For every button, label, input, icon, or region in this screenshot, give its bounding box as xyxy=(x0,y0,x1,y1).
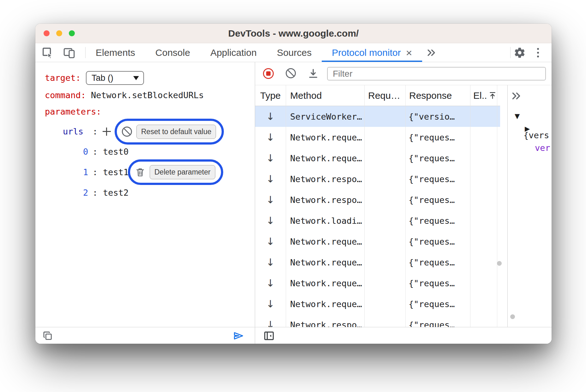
main-menu-button[interactable] xyxy=(529,43,547,62)
response-cell: {"versio… xyxy=(405,112,470,122)
more-tabs-button[interactable] xyxy=(422,43,440,62)
close-window-button[interactable] xyxy=(44,30,50,36)
column-header-elapsed[interactable]: El.. xyxy=(473,85,487,106)
received-message-icon: ↓ xyxy=(266,132,275,142)
tab-label: Elements xyxy=(96,47,135,58)
editor-bottom-toolbar xyxy=(35,327,255,344)
target-select[interactable]: Tab () xyxy=(86,71,144,85)
tab-label: Application xyxy=(210,47,257,58)
devtools-window: DevTools - www.google.com/ Elements Cons… xyxy=(35,24,552,344)
colon: : xyxy=(93,146,98,157)
tree-row-root[interactable]: ▼ {vers xyxy=(508,110,552,120)
save-log-button[interactable] xyxy=(307,68,319,81)
method-cell: Network.reque… xyxy=(286,133,364,142)
traffic-lights xyxy=(44,30,75,36)
tab-label: Console xyxy=(155,47,190,58)
filter-input[interactable] xyxy=(327,67,546,80)
column-divider xyxy=(470,85,470,327)
clear-log-button[interactable] xyxy=(286,68,296,78)
param-value[interactable]: test1 xyxy=(103,167,129,178)
toggle-device-toolbar-button[interactable] xyxy=(60,43,78,62)
tabbar-right-icons xyxy=(510,43,552,62)
delete-parameter-button[interactable]: Delete parameter xyxy=(150,165,215,179)
tree-collapsed-icon[interactable]: ▶ xyxy=(525,124,530,134)
received-message-icon: ↓ xyxy=(266,299,275,309)
vertical-dots-icon xyxy=(537,48,539,57)
received-message-icon: ↓ xyxy=(266,278,275,288)
tree-row-child[interactable]: ▶ ver xyxy=(508,123,552,133)
method-cell: Network.respo… xyxy=(286,320,364,327)
table-row[interactable]: ↓ Network.reque… {"reques… xyxy=(255,252,500,273)
received-message-icon: ↓ xyxy=(266,195,275,205)
copy-command-button[interactable] xyxy=(42,330,53,342)
table-row[interactable]: ↓ Network.reque… {"reques… xyxy=(255,127,500,148)
column-divider xyxy=(405,85,406,327)
method-cell: Network.loadi… xyxy=(286,216,364,226)
method-cell: Network.respo… xyxy=(286,195,364,205)
table-header: Type Method Requ… Response El.. xyxy=(255,85,500,106)
table-row[interactable]: ↓ Network.reque… {"reques… xyxy=(255,294,500,314)
send-command-button[interactable] xyxy=(232,330,245,343)
table-row[interactable]: ↓ Network.loadi… {"reques… xyxy=(255,210,500,231)
vertical-scrollbar-thumb[interactable] xyxy=(497,261,502,266)
reset-to-default-icon[interactable] xyxy=(122,127,132,137)
toggle-split-panel-button[interactable] xyxy=(263,330,275,343)
column-divider xyxy=(497,85,497,327)
trash-icon[interactable] xyxy=(135,167,145,177)
main-content: target: Tab () command: Network.setBlock… xyxy=(35,62,552,327)
method-cell: Network.respo… xyxy=(286,174,364,184)
table-row[interactable]: ↓ Network.respo… {"reques… xyxy=(255,314,500,327)
command-value[interactable]: Network.setBlockedURLs xyxy=(91,90,204,101)
received-message-icon: ↓ xyxy=(266,320,275,327)
device-toolbar-icon xyxy=(63,46,75,59)
table-row[interactable]: ↓ Network.respo… {"reques… xyxy=(255,169,500,189)
close-tab-icon[interactable]: × xyxy=(406,47,412,58)
table-row[interactable]: ↓ Network.reque… {"reques… xyxy=(255,273,500,294)
send-icon xyxy=(232,330,245,342)
urls-key: urls xyxy=(63,126,83,137)
column-divider xyxy=(286,85,286,327)
param-value[interactable]: test2 xyxy=(103,187,129,199)
reset-to-default-button[interactable]: Reset to default value xyxy=(136,125,216,139)
settings-button[interactable] xyxy=(511,43,529,62)
table-row[interactable]: ↓ Network.reque… {"reques… xyxy=(255,231,500,252)
parameters-label: parameters: xyxy=(45,106,101,117)
add-parameter-button[interactable] xyxy=(102,127,111,136)
table-row[interactable]: ↓ Network.reque… {"reques… xyxy=(255,148,500,169)
param-value[interactable]: test0 xyxy=(103,146,129,157)
sort-ascending-icon[interactable] xyxy=(488,91,497,102)
tab-protocol-monitor[interactable]: Protocol monitor × xyxy=(322,43,422,62)
column-header-response[interactable]: Response xyxy=(409,85,452,106)
column-header-type[interactable]: Type xyxy=(260,85,281,106)
target-select-value: Tab () xyxy=(92,73,113,83)
reset-highlight-callout: Reset to default value xyxy=(115,119,224,145)
table-row[interactable]: ↓ ServiceWorker… {"versio… xyxy=(255,106,500,127)
table-row[interactable]: ↓ Network.respo… {"reques… xyxy=(255,189,500,210)
column-header-request[interactable]: Requ… xyxy=(368,85,400,106)
tab-sources[interactable]: Sources xyxy=(267,43,322,62)
tab-elements[interactable]: Elements xyxy=(86,43,145,62)
response-cell: {"reques… xyxy=(405,237,470,246)
minimize-window-button[interactable] xyxy=(56,30,62,36)
response-cell: {"reques… xyxy=(405,153,470,163)
inspect-element-button[interactable] xyxy=(39,43,57,62)
response-cell: {"reques… xyxy=(405,174,470,184)
editor-line-param-0: 0 : test0 xyxy=(35,146,255,157)
method-cell: Network.reque… xyxy=(286,258,364,267)
tab-console[interactable]: Console xyxy=(145,43,200,62)
received-message-icon: ↓ xyxy=(266,153,275,163)
response-cell: {"reques… xyxy=(405,299,470,309)
window-title: DevTools - www.google.com/ xyxy=(228,28,359,39)
response-cell: {"reques… xyxy=(405,258,470,267)
horizontal-scrollbar-thumb[interactable] xyxy=(510,314,515,319)
zoom-window-button[interactable] xyxy=(69,30,75,36)
expand-sidebar-button[interactable] xyxy=(509,89,523,103)
record-button[interactable] xyxy=(263,68,274,79)
param-index: 2 xyxy=(83,187,88,199)
title-bar: DevTools - www.google.com/ xyxy=(35,24,552,43)
tree-expanded-icon[interactable]: ▼ xyxy=(515,111,520,121)
column-header-method[interactable]: Method xyxy=(290,85,322,106)
tab-application[interactable]: Application xyxy=(200,43,267,62)
message-list: ↓ ServiceWorker… {"versio… ↓ Network.req… xyxy=(255,106,500,327)
response-cell: {"reques… xyxy=(405,320,470,327)
